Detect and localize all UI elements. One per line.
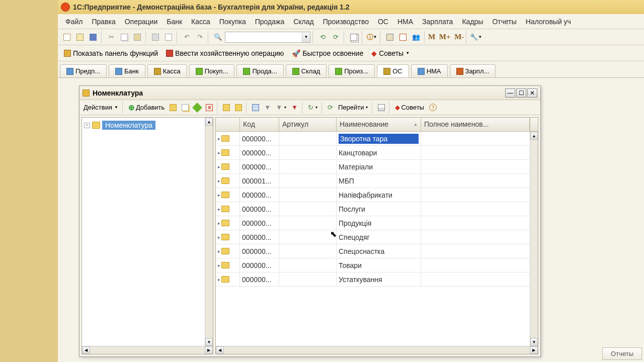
open-doc-icon[interactable] bbox=[74, 31, 86, 43]
table-row[interactable]: ▸000000...Напівфабрикати bbox=[216, 188, 538, 202]
menu-item-8[interactable]: Производство bbox=[318, 16, 373, 28]
column-name[interactable]: Наименование bbox=[337, 118, 421, 131]
tab-Склад[interactable]: Склад bbox=[286, 64, 327, 77]
m-button[interactable]: M bbox=[428, 33, 435, 41]
column-fullname[interactable]: Полное наименов... bbox=[421, 118, 530, 131]
scroll-down-icon[interactable]: ▼ bbox=[530, 338, 538, 346]
menu-item-6[interactable]: Продажа bbox=[251, 16, 289, 28]
close-button[interactable]: ✕ bbox=[527, 88, 537, 98]
tab-НМА[interactable]: НМА bbox=[411, 64, 448, 77]
filter-clear-button[interactable]: ▼ bbox=[289, 102, 300, 113]
windows-icon[interactable] bbox=[348, 31, 360, 43]
m-minus-button[interactable]: M- bbox=[454, 33, 464, 41]
table-row[interactable]: ▸000000...Продукція bbox=[216, 216, 538, 230]
undo-icon[interactable]: ↶ bbox=[181, 31, 193, 43]
tab-ОС[interactable]: ОС bbox=[377, 64, 409, 77]
tab-Зарпл...[interactable]: Зарпл... bbox=[450, 64, 496, 77]
quick-start-button[interactable]: 🚀 Быстрое освоение bbox=[289, 48, 366, 58]
users-icon[interactable]: 👥 bbox=[410, 31, 422, 43]
menu-item-11[interactable]: Зарплата bbox=[418, 16, 457, 28]
list-settings-button[interactable] bbox=[376, 102, 387, 113]
menu-item-9[interactable]: ОС bbox=[373, 16, 393, 28]
column-article[interactable]: Артикул bbox=[279, 118, 337, 131]
scroll-right-icon[interactable]: ▶ bbox=[530, 346, 538, 354]
preview-icon[interactable] bbox=[163, 31, 175, 43]
tab-Предп...[interactable]: Предп... bbox=[60, 64, 107, 77]
new-doc-icon[interactable] bbox=[61, 31, 73, 43]
table-vscroll[interactable]: ▲ ▼ bbox=[530, 132, 538, 346]
history-button[interactable]: ↻▾ bbox=[306, 102, 319, 113]
add-button[interactable]: ⊕Добавить bbox=[126, 102, 167, 113]
hierarchy-button[interactable] bbox=[250, 102, 261, 113]
refresh-button[interactable]: ⟳ bbox=[326, 102, 335, 113]
menu-item-12[interactable]: Кадры bbox=[457, 16, 488, 28]
tab-Прода...[interactable]: Прода... bbox=[236, 64, 283, 77]
copy-icon[interactable] bbox=[118, 31, 130, 43]
tab-Банк[interactable]: Банк bbox=[109, 64, 145, 77]
menu-item-0[interactable]: Файл bbox=[61, 16, 87, 28]
scroll-left-icon[interactable]: ◀ bbox=[82, 346, 90, 354]
maximize-button[interactable]: ☐ bbox=[516, 88, 526, 98]
scroll-up-icon[interactable]: ▲ bbox=[530, 132, 538, 140]
search-icon[interactable]: 🔍 bbox=[212, 31, 224, 43]
chevron-down-icon[interactable]: ▼ bbox=[302, 32, 310, 42]
menu-item-14[interactable]: Налоговый уч bbox=[521, 16, 576, 28]
add-folder-button[interactable] bbox=[168, 102, 179, 113]
table-row[interactable]: ▸000000...Матеріали bbox=[216, 160, 538, 174]
column-code[interactable]: Код bbox=[240, 118, 279, 131]
menu-item-2[interactable]: Операции bbox=[120, 16, 163, 28]
menu-item-5[interactable]: Покупка bbox=[215, 16, 251, 28]
tree-hscroll[interactable]: ◀ ▶ bbox=[82, 346, 213, 354]
tab-Произ...[interactable]: Произ... bbox=[329, 64, 375, 77]
table-row[interactable]: ▸000000...Спецоснастка bbox=[216, 244, 538, 258]
save-doc-icon[interactable] bbox=[87, 31, 99, 43]
tree-root-node[interactable]: + Номенклатура bbox=[84, 121, 203, 130]
enter-operation-button[interactable]: Ввести хозяйственную операцию bbox=[163, 48, 287, 58]
paste-icon[interactable] bbox=[131, 31, 143, 43]
reports-button[interactable]: Отчеты bbox=[602, 347, 642, 360]
menu-item-4[interactable]: Касса bbox=[187, 16, 215, 28]
help-button[interactable]: ? bbox=[427, 102, 439, 113]
filter2-button[interactable]: ▼▾ bbox=[274, 102, 288, 113]
tree-content[interactable]: + Номенклатура bbox=[82, 118, 205, 346]
table-row[interactable]: ▸000001...МБП bbox=[216, 174, 538, 188]
scroll-down-icon[interactable]: ▼ bbox=[205, 338, 213, 346]
move-out-button[interactable] bbox=[233, 102, 244, 113]
wrench-icon[interactable]: 🔧▼ bbox=[470, 31, 482, 43]
info-icon[interactable]: ⓘ▼ bbox=[366, 31, 378, 43]
copy-item-button[interactable] bbox=[180, 102, 191, 113]
table-hscroll[interactable]: ◀ ▶ bbox=[216, 346, 538, 354]
print-icon[interactable] bbox=[149, 31, 162, 43]
minimize-button[interactable]: — bbox=[505, 88, 515, 98]
tree-vscroll[interactable]: ▲ ▼ bbox=[205, 118, 213, 346]
table-row[interactable]: ▸000000...Спецодяг bbox=[216, 230, 538, 244]
win-tips-button[interactable]: ◆Советы bbox=[393, 102, 426, 113]
cut-icon[interactable]: ✂ bbox=[105, 31, 117, 43]
scroll-right-icon[interactable]: ▶ bbox=[205, 346, 213, 354]
nav-back-icon[interactable]: ⟲ bbox=[316, 31, 329, 43]
search-combo[interactable]: ▼ bbox=[225, 32, 310, 43]
tab-Покуп...[interactable]: Покуп... bbox=[189, 64, 235, 77]
go-button[interactable]: Перейти▾ bbox=[336, 102, 370, 113]
menu-item-1[interactable]: Правка bbox=[87, 16, 120, 28]
menu-item-3[interactable]: Банк bbox=[162, 16, 187, 28]
menu-item-10[interactable]: НМА bbox=[393, 16, 418, 28]
table-row[interactable]: ▸000000...Канцтовари bbox=[216, 146, 538, 160]
table-row[interactable]: ▸000000...Товари bbox=[216, 258, 538, 273]
scroll-left-icon[interactable]: ◀ bbox=[216, 346, 224, 354]
table-row[interactable]: ▸000000...Зворотна тара bbox=[216, 132, 538, 146]
redo-icon[interactable]: ↷ bbox=[194, 31, 206, 43]
m-plus-button[interactable]: M+ bbox=[439, 33, 451, 41]
show-functions-panel-button[interactable]: Показать панель функций bbox=[61, 48, 161, 58]
nav-fwd-icon[interactable]: ⟳ bbox=[330, 31, 342, 43]
tab-Касса[interactable]: Касса bbox=[147, 64, 187, 77]
table-row[interactable]: ▸000000...Послуги bbox=[216, 202, 538, 216]
tips-button[interactable]: ◆ Советы ▼ bbox=[368, 48, 413, 58]
window-title-bar[interactable]: Номенклатура — ☐ ✕ bbox=[79, 86, 540, 100]
menu-item-7[interactable]: Склад bbox=[289, 16, 318, 28]
expander-icon[interactable]: + bbox=[84, 123, 90, 128]
filter1-button[interactable]: ▼ bbox=[262, 102, 273, 113]
delete-button[interactable]: × bbox=[204, 102, 215, 113]
actions-button[interactable]: Действия▼ bbox=[82, 102, 120, 113]
calendar-icon[interactable] bbox=[397, 31, 409, 43]
